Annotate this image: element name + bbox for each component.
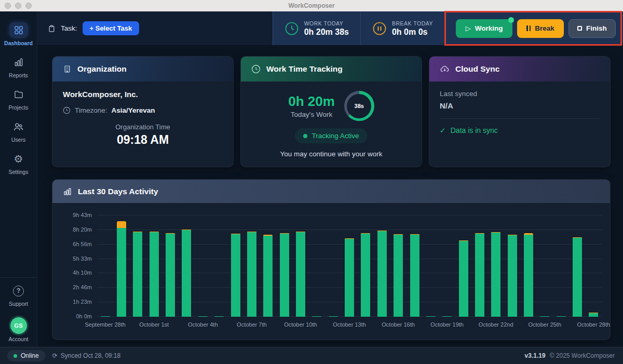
bar-october-23 <box>504 215 520 317</box>
gear-icon: ⚙ <box>9 151 28 167</box>
tracking-status-badge: Tracking Active <box>295 128 367 143</box>
chart-plot-area: 9h 43m8h 20m6h 56m5h 33m4h 10m2h 46m1h 2… <box>97 215 602 317</box>
bar-october-7 <box>243 215 260 317</box>
bar-october-21 <box>471 215 487 317</box>
bar-october-22 <box>488 215 504 317</box>
finish-button[interactable]: Finish <box>568 19 616 38</box>
stat-value: 0h 0m 0s <box>392 28 433 37</box>
titlebar: WorkComposer <box>0 0 623 11</box>
work-today-stat: WORK TODAY 0h 20m 38s <box>273 11 360 45</box>
clipboard-icon <box>48 24 56 33</box>
select-task-button[interactable]: + Select Task <box>83 21 140 35</box>
organization-time-label: Organization Time <box>63 123 223 131</box>
sidebar-item-label: Reports <box>9 72 28 78</box>
pause-icon <box>372 21 387 36</box>
dashboard-grid-icon <box>9 22 28 38</box>
bar-october-24 <box>520 215 536 317</box>
bar-october-16 <box>390 215 406 317</box>
clock-icon <box>285 21 299 36</box>
question-circle-icon: ? <box>9 283 28 299</box>
activity-chart-card: Last 30 Days Activity 9h 43m8h 20m6h 56m… <box>52 179 611 340</box>
green-dot-icon <box>13 354 17 358</box>
organization-time-value: 09:18 AM <box>63 133 223 147</box>
y-axis-tick: 8h 20m <box>73 226 92 233</box>
today-work-duration: 0h 20m <box>288 93 335 110</box>
bar-chart-icon <box>63 187 72 196</box>
x-axis-tick: October 25th <box>528 321 561 328</box>
stop-icon <box>577 26 582 31</box>
cloud-download-icon <box>440 64 450 74</box>
break-button[interactable]: Break <box>517 19 563 38</box>
clock-icon <box>63 106 71 114</box>
seconds-progress-ring: 38s <box>344 91 374 121</box>
online-status-badge: Online <box>7 350 45 361</box>
sidebar-item-dashboard[interactable]: Dashboard <box>0 19 37 51</box>
today-work-label: Today's Work <box>288 111 335 118</box>
bar-october-20 <box>455 215 471 317</box>
x-axis-tick: October 22nd <box>479 321 513 328</box>
y-axis-tick: 9h 43m <box>73 212 92 218</box>
sidebar-item-projects[interactable]: Projects <box>0 83 37 115</box>
chart-x-axis-labels: September 28thOctober 1stOctober 4thOcto… <box>97 317 602 330</box>
bar-october-28 <box>586 215 602 317</box>
x-axis-tick: October 1st <box>139 321 169 328</box>
stat-label: WORK TODAY <box>304 20 349 26</box>
pause-icon <box>526 25 531 31</box>
building-icon <box>63 64 72 74</box>
sync-icon: ⟳ <box>52 352 58 359</box>
header-status-strip: WORK TODAY 0h 20m 38s BREAK TODAY 0h 0m … <box>273 11 623 45</box>
x-axis-tick: October 28th <box>577 321 611 328</box>
bar-october-10 <box>292 215 308 317</box>
y-axis-tick: 1h 23m <box>73 299 92 305</box>
break-today-stat: BREAK TODAY 0h 0m 0s <box>360 11 444 45</box>
sidebar-item-account[interactable]: GS Account <box>0 314 37 347</box>
sidebar-item-reports[interactable]: Reports <box>0 51 37 83</box>
bar-october-3 <box>179 215 195 317</box>
x-axis-tick: October 19th <box>430 321 464 328</box>
card-title: Organization <box>77 64 127 74</box>
sync-status: Data is in sync <box>451 126 498 134</box>
play-icon: ▷ <box>466 24 471 32</box>
check-icon: ✓ <box>440 126 446 134</box>
sidebar-item-users[interactable]: Users <box>0 115 37 147</box>
sidebar-item-label: Dashboard <box>4 40 33 46</box>
last-synced-label: Last synced <box>440 90 600 98</box>
clock-icon <box>251 64 261 74</box>
bar-october-8 <box>260 215 276 317</box>
divider <box>440 118 600 119</box>
bar-october-17 <box>407 215 423 317</box>
window-title: WorkComposer <box>0 2 623 9</box>
sidebar-item-support[interactable]: ? Support <box>0 277 37 312</box>
last-synced-value: N/A <box>440 101 600 110</box>
bar-september-28 <box>97 215 113 317</box>
y-axis-tick: 0h 0m <box>76 313 92 319</box>
bar-october-19 <box>439 215 455 317</box>
card-title: Cloud Sync <box>455 64 499 74</box>
bar-september-30 <box>130 215 146 317</box>
seconds-value: 38s <box>347 94 371 118</box>
bar-october-1 <box>146 215 162 317</box>
bar-october-11 <box>309 215 325 317</box>
x-axis-tick: October 13th <box>333 321 366 328</box>
cloud-sync-card: Cloud Sync Last synced N/A ✓ Data is in … <box>429 56 611 167</box>
bar-october-2 <box>162 215 178 317</box>
bar-september-29 <box>113 215 129 317</box>
y-axis-tick: 2h 46m <box>73 284 92 290</box>
timezone-label: Timezone: <box>75 106 107 114</box>
organization-name: WorkComposer, Inc. <box>63 90 223 99</box>
timezone-value: Asia/Yerevan <box>112 106 155 114</box>
sidebar-item-settings[interactable]: ⚙ Settings <box>0 147 37 180</box>
work-note: You may continue with your work <box>251 150 411 158</box>
session-control-buttons: ▷ Working Break Finish <box>444 11 623 45</box>
bar-october-9 <box>276 215 292 317</box>
stat-label: BREAK TODAY <box>392 20 433 26</box>
chart-title: Last 30 Days Activity <box>78 187 158 196</box>
x-axis-tick: October 10th <box>284 321 317 328</box>
x-axis-tick: October 7th <box>237 321 266 328</box>
y-axis-tick: 5h 33m <box>73 255 92 262</box>
bar-october-27 <box>569 215 585 317</box>
x-axis-tick: September 28th <box>85 321 126 328</box>
working-button[interactable]: ▷ Working <box>456 19 512 38</box>
sidebar: Dashboard Reports Projects <box>0 11 37 347</box>
sidebar-item-label: Projects <box>9 104 29 111</box>
